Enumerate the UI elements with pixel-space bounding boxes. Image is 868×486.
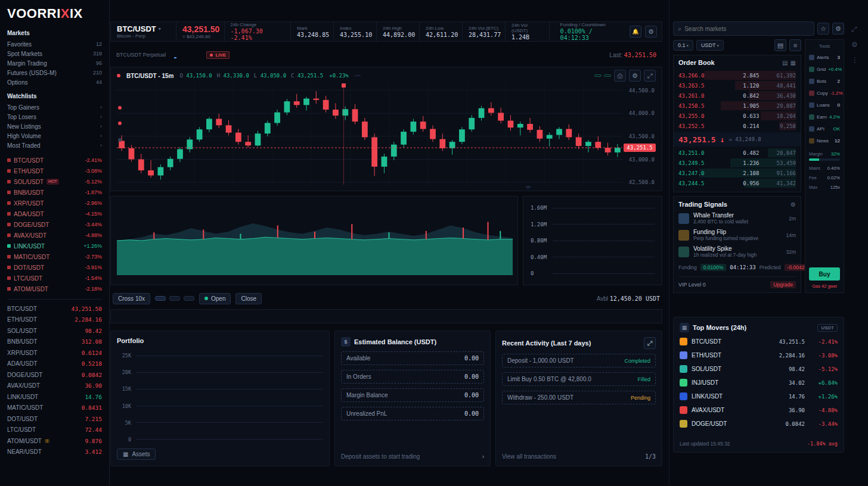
pair-row[interactable]: BNB/USDT -1.87% [7,187,102,198]
pair-row[interactable]: LINK/USDT +1.26% [7,241,102,251]
assets-button[interactable]: Assets [117,448,156,460]
pair-row[interactable]: SOL/USDT HOT -5.12% [7,176,102,187]
ask-row[interactable]: 43,266.0 2.845 61,392 [678,70,796,80]
time-axis-label[interactable] [119,186,123,188]
activity-row[interactable]: Deposit - 1,000.00 USDT Completed [502,354,656,367]
order-type-tab[interactable] [155,296,166,301]
market-filter-item[interactable]: Margin Trading 96 [7,58,102,68]
axis-marker-icon[interactable] [118,122,122,125]
market-filter-item[interactable]: Spot Markets 318 [7,49,102,58]
watchlist-item[interactable]: New Listings › [7,122,102,131]
rail-tool-row[interactable]: Earn 4.2% [809,111,840,123]
time-axis-label[interactable] [255,186,258,188]
deposit-cta[interactable]: Deposit assets to start trading › [341,453,484,460]
precision-select[interactable]: 0.1 [673,40,693,51]
price-row[interactable]: LINK/USDT 14.76 [7,391,102,403]
watchlist-item[interactable]: Top Losers › [7,112,102,122]
ask-row[interactable]: 43,261.0 0.842 36,430 [678,91,796,101]
axis-marker-icon[interactable] [118,106,122,110]
watchlist-item[interactable]: Top Gainers › [7,102,102,112]
spread-row[interactable]: 43,251.5 ↓ = 43,249.8 [674,132,801,147]
price-row[interactable]: XRP/USDT 0.6124 [7,347,102,359]
open-position-chip[interactable]: Open [199,293,231,304]
alerts-bell-icon[interactable] [630,26,641,38]
time-axis-label[interactable] [436,186,439,188]
book-settings-icon[interactable] [832,23,844,35]
time-axis-label[interactable] [300,186,303,188]
book-both-icon[interactable] [782,60,788,66]
time-axis-label[interactable] [526,186,531,188]
timeframe-chip[interactable] [369,75,375,76]
book-layout-icon[interactable] [774,39,786,51]
mover-row[interactable]: BTC/USDT 43,251.5 -2.41% [680,335,838,348]
mover-row[interactable]: INJ/USDT 34.02 +6.84% [680,376,838,390]
pair-row[interactable]: ETH/USDT -3.08% [7,166,102,176]
rail-tool-row[interactable]: Loans 0 [809,99,840,111]
rail-tool-row[interactable]: Copy -1.2% [809,87,840,99]
mover-row[interactable]: LINK/USDT 14.76 +1.26% [680,390,838,403]
bid-row[interactable]: 43,251.0 0.482 20,847 [678,148,796,158]
margin-mode-chip[interactable]: Cross 10x [113,293,150,304]
market-filter-item[interactable]: Favorites 12 [7,39,102,49]
rail-tool-row[interactable]: Bots 2 [809,75,840,87]
view-tab[interactable] [196,51,198,58]
order-type-tab[interactable] [169,296,180,301]
timeframe-chip[interactable] [355,75,361,76]
book-list-icon[interactable] [789,39,801,51]
watchlist-item[interactable]: Most Traded › [7,141,102,150]
indicator-chip[interactable] [604,74,611,77]
activity-footer[interactable]: View all transactions 1/3 [502,453,656,460]
market-filter-item[interactable]: Futures (USDS-M) 210 [7,68,102,77]
bid-row[interactable]: 43,247.0 2.108 91,166 [678,168,796,178]
rail-tool-row[interactable]: Alerts 3 [809,51,840,63]
favorite-icon[interactable] [817,23,829,35]
search-input[interactable] [684,26,810,32]
bid-row[interactable]: 43,244.5 0.956 41,342 [678,178,796,188]
ask-row[interactable]: 43,263.5 1.120 48,441 [678,80,796,91]
time-axis-label[interactable] [481,186,485,188]
price-row[interactable]: NEAR/USDT 3.412 [7,447,102,458]
price-row[interactable]: BTC/USDT 43,251.50 [7,303,102,314]
bid-row[interactable]: 43,249.5 1.236 53,459 [678,158,796,168]
price-row[interactable]: MATIC/USDT 0.8431 [7,403,102,414]
quote-select[interactable]: USDT [696,40,724,51]
ask-row[interactable]: 43,255.0 0.633 18,204 [678,111,796,121]
axis-marker-icon[interactable] [118,138,122,142]
mover-row[interactable]: DOGE/USDT 0.0842 -3.44% [680,417,838,431]
balance-row[interactable]: Unrealized PnL 0.00 [341,407,484,420]
time-axis-label[interactable] [572,186,576,188]
mover-row[interactable]: ETH/USDT 2,284.16 -3.08% [680,348,838,362]
price-row[interactable]: BNB/USDT 312.08 [7,337,102,348]
settings-gear-icon[interactable] [645,26,657,38]
rail-tool-row[interactable]: News 12 [809,135,840,147]
upgrade-button[interactable]: Upgrade [770,281,796,288]
ask-row[interactable]: 43,252.5 0.214 9,258 [678,121,796,131]
balance-row[interactable]: Margin Balance 0.00 [341,388,484,402]
rail-tool-row[interactable]: API OK [809,123,840,135]
expand-icon[interactable] [644,337,656,349]
activity-row[interactable]: Withdraw - 250.00 USDT Pending [502,391,656,404]
price-row[interactable]: AVAX/USDT 36.90 [7,381,102,392]
more-icon[interactable] [851,56,858,64]
balance-row[interactable]: Available 0.00 [341,351,484,365]
pair-row[interactable]: MATIC/USDT -2.73% [7,251,102,262]
pair-row[interactable]: LTC/USDT -1.54% [7,273,102,284]
signal-row[interactable]: Funding FlipPerp funding turned negative… [678,229,796,241]
pair-row[interactable]: AVAX/USDT -4.88% [7,230,102,241]
time-axis-label[interactable] [390,186,394,188]
snapshot-icon[interactable] [614,70,626,82]
view-tab[interactable] [174,51,176,58]
chart-symbol[interactable]: BTC/USDT - 15m [126,73,173,79]
activity-row[interactable]: Limit Buy 0.50 BTC @ 42,800.0 Filled [502,372,656,386]
pair-row[interactable]: BTC/USDT -2.41% [7,155,102,166]
chart-settings-icon[interactable] [629,70,641,82]
view-tab[interactable] [185,51,187,58]
volume-area-chart[interactable] [110,196,518,285]
order-type-tab[interactable] [184,296,194,301]
book-grid-icon[interactable] [790,60,796,66]
pair-row[interactable]: DOGE/USDT -3.44% [7,219,102,230]
market-filter-item[interactable]: Options 44 [7,77,102,87]
rail-tool-row[interactable]: Grid +0.4% [809,63,840,75]
gear-icon[interactable] [790,201,796,208]
time-axis-label[interactable] [618,186,621,188]
